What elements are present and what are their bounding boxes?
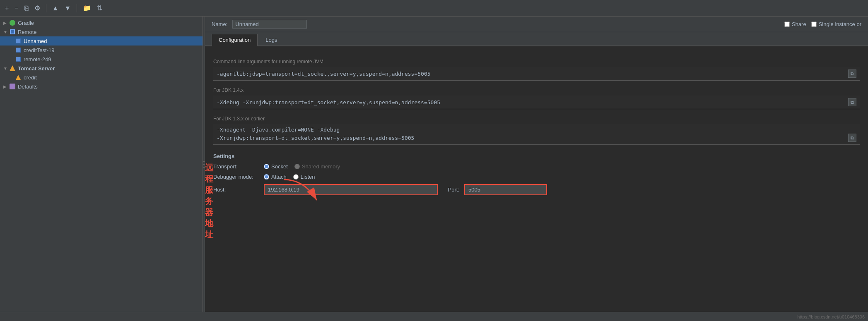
tomcat-arrow (3, 66, 9, 71)
remote249-icon (15, 56, 22, 62)
cmdline-value-row: -agentlib:jdwp=transport=dt_socket,serve… (213, 67, 860, 81)
sidebar-item-tomcat[interactable]: Tomcat Server (0, 64, 203, 73)
remove-button[interactable]: − (13, 4, 20, 12)
tomcat-label: Tomcat Server (18, 65, 55, 72)
add-button[interactable]: + (3, 4, 10, 12)
share-checkbox[interactable] (784, 22, 790, 27)
jdk14-value: -Xdebug -Xrunjdwp:transport=dt_socket,se… (217, 99, 440, 105)
port-label: Port: (443, 187, 459, 193)
host-input[interactable] (264, 184, 438, 195)
credittest19-icon (15, 47, 22, 53)
credittest19-label: creditTest-19 (24, 47, 54, 53)
gradle-icon (9, 19, 16, 26)
debugger-listen-radio[interactable] (293, 174, 299, 180)
config-panel: Name: Share Single instance or Configura… (205, 17, 868, 312)
toolbar-divider (46, 4, 46, 12)
tab-configuration[interactable]: Configuration (212, 34, 258, 46)
toolbar: + − ⎘ ⚙ ▲ ▼ 📁 ⇅ (0, 0, 868, 17)
jdk14-value-row: -Xdebug -Xrunjdwp:transport=dt_socket,se… (213, 96, 860, 109)
single-instance-checkbox[interactable] (811, 22, 817, 27)
toolbar-divider-2 (77, 4, 77, 12)
annotation-text: 远程服务器地址 (205, 162, 213, 240)
sidebar-item-defaults[interactable]: Defaults (0, 82, 203, 91)
unnamed-icon (15, 38, 22, 44)
share-checkbox-label[interactable]: Share (784, 21, 806, 27)
main-area: Gradle Remote Unnamed creditTest-19 (0, 17, 868, 312)
jdk14-section-label: For JDK 1.4.x (213, 87, 860, 93)
debugger-mode-label: Debugger mode: (213, 174, 259, 180)
config-top-bar: Name: Share Single instance or (205, 17, 868, 32)
move-up-button[interactable]: ▲ (51, 4, 60, 12)
name-label: Name: (212, 21, 227, 27)
gradle-label: Gradle (18, 20, 34, 26)
credit-icon (15, 74, 22, 81)
gradle-arrow (3, 21, 9, 25)
transport-label: Transport: (213, 163, 259, 170)
transport-row: Transport: Socket Shared memory (213, 163, 860, 170)
debugger-attach-option[interactable]: Attach (264, 174, 287, 180)
top-bar-right: Share Single instance or (784, 21, 861, 27)
sort-button[interactable]: ⇅ (95, 4, 104, 12)
debugger-listen-option[interactable]: Listen (293, 174, 315, 180)
transport-radio-group: Socket Shared memory (264, 163, 340, 170)
host-port-row: Host: Port: (213, 184, 860, 195)
copy-config-button[interactable]: ⎘ (23, 4, 30, 12)
single-instance-label: Single instance or (819, 21, 861, 27)
cmdline-copy-button[interactable]: ⧉ (848, 69, 856, 78)
sidebar-item-credittest19[interactable]: creditTest-19 (0, 46, 203, 55)
host-label: Host: (213, 187, 259, 193)
sidebar-item-gradle[interactable]: Gradle (0, 18, 203, 27)
defaults-arrow (3, 84, 9, 89)
transport-shared-memory-option[interactable]: Shared memory (294, 163, 340, 170)
jdk13-line1: -Xnoagent -Djava.compiler=NONE -Xdebug (217, 127, 340, 133)
remote-label: Remote (18, 29, 37, 35)
settings-title: Settings (213, 153, 860, 159)
debugger-mode-radio-group: Attach Listen (264, 174, 315, 180)
transport-shared-memory-label: Shared memory (302, 163, 340, 170)
run-config-tree: Gradle Remote Unnamed creditTest-19 (0, 17, 203, 312)
debugger-attach-radio[interactable] (264, 174, 269, 180)
name-input[interactable] (232, 20, 307, 29)
defaults-label: Defaults (18, 84, 38, 90)
transport-socket-radio[interactable] (264, 164, 269, 169)
share-label: Share (792, 21, 806, 27)
cmdline-section-label: Command line arguments for running remot… (213, 59, 860, 65)
remote-arrow (3, 30, 9, 34)
sidebar-item-remote249[interactable]: remote-249 (0, 55, 203, 64)
resize-dot-1 (203, 161, 205, 162)
folder-button[interactable]: 📁 (81, 4, 93, 12)
remote-icon (9, 29, 16, 35)
jdk13-value-row: -Xnoagent -Djava.compiler=NONE -Xdebug -… (213, 124, 860, 145)
tomcat-icon (9, 65, 16, 72)
resize-dot-2 (203, 164, 205, 165)
tab-logs[interactable]: Logs (258, 34, 284, 46)
transport-shared-memory-radio (294, 164, 300, 169)
settings-button[interactable]: ⚙ (33, 4, 42, 12)
jdk13-copy-button[interactable]: ⧉ (848, 134, 856, 142)
sidebar-item-credit[interactable]: credit (0, 73, 203, 82)
jdk14-copy-button[interactable]: ⧉ (848, 98, 856, 106)
status-bar: https://blog.csdn.net/u010468306 (0, 312, 868, 321)
debugger-listen-label: Listen (301, 174, 315, 180)
single-instance-checkbox-label[interactable]: Single instance or (811, 21, 861, 27)
resize-dot-3 (203, 167, 205, 168)
jdk13-section-label: For JDK 1.3.x or earlier (213, 116, 860, 122)
move-down-button[interactable]: ▼ (63, 4, 73, 12)
unnamed-label: Unnamed (24, 38, 47, 44)
tabs-bar: Configuration Logs (205, 32, 868, 46)
transport-socket-label: Socket (271, 163, 288, 170)
debugger-mode-row: Debugger mode: Attach Listen (213, 174, 860, 180)
credit-label: credit (24, 74, 37, 81)
debugger-attach-label: Attach (271, 174, 287, 180)
port-input[interactable] (464, 184, 547, 195)
transport-socket-option[interactable]: Socket (264, 163, 288, 170)
status-url: https://blog.csdn.net/u010468306 (797, 314, 865, 319)
jdk13-line2: -Xrunjdwp:transport=dt_socket,server=y,s… (217, 135, 414, 141)
sidebar-item-unnamed[interactable]: Unnamed (0, 36, 203, 46)
cmdline-value: -agentlib:jdwp=transport=dt_socket,serve… (217, 71, 431, 77)
sidebar-item-remote[interactable]: Remote (0, 27, 203, 36)
remote249-label: remote-249 (24, 56, 51, 62)
defaults-icon (9, 83, 16, 90)
config-content: Command line arguments for running remot… (205, 46, 868, 312)
